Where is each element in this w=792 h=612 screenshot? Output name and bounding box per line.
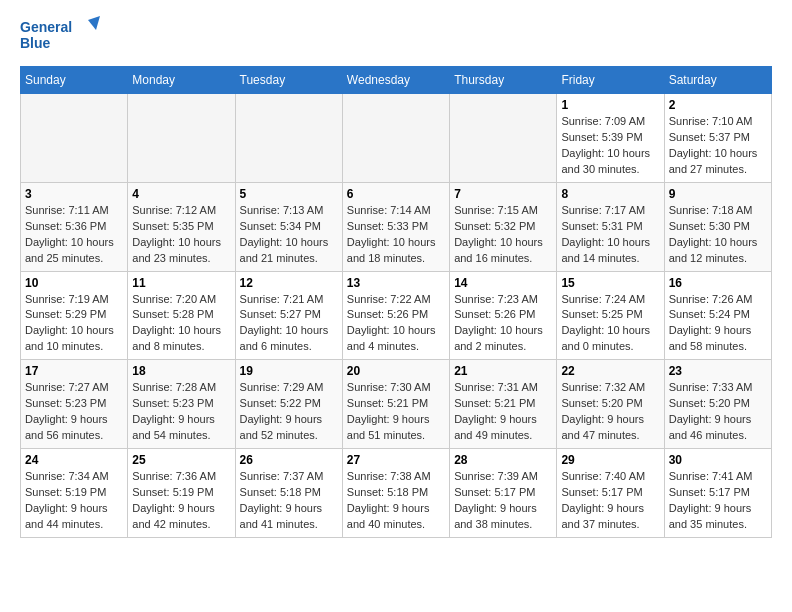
day-number: 30 — [669, 453, 767, 467]
day-number: 17 — [25, 364, 123, 378]
day-info: Sunrise: 7:13 AM Sunset: 5:34 PM Dayligh… — [240, 203, 338, 267]
day-number: 5 — [240, 187, 338, 201]
calendar-cell: 6Sunrise: 7:14 AM Sunset: 5:33 PM Daylig… — [342, 182, 449, 271]
day-number: 21 — [454, 364, 552, 378]
calendar-cell — [21, 94, 128, 183]
day-info: Sunrise: 7:11 AM Sunset: 5:36 PM Dayligh… — [25, 203, 123, 267]
calendar-cell: 15Sunrise: 7:24 AM Sunset: 5:25 PM Dayli… — [557, 271, 664, 360]
svg-text:General: General — [20, 19, 72, 35]
day-number: 27 — [347, 453, 445, 467]
day-info: Sunrise: 7:24 AM Sunset: 5:25 PM Dayligh… — [561, 292, 659, 356]
svg-marker-2 — [88, 16, 100, 30]
calendar-cell: 11Sunrise: 7:20 AM Sunset: 5:28 PM Dayli… — [128, 271, 235, 360]
day-number: 26 — [240, 453, 338, 467]
day-info: Sunrise: 7:34 AM Sunset: 5:19 PM Dayligh… — [25, 469, 123, 533]
calendar-cell: 18Sunrise: 7:28 AM Sunset: 5:23 PM Dayli… — [128, 360, 235, 449]
day-number: 29 — [561, 453, 659, 467]
calendar-cell: 24Sunrise: 7:34 AM Sunset: 5:19 PM Dayli… — [21, 449, 128, 538]
calendar-cell: 22Sunrise: 7:32 AM Sunset: 5:20 PM Dayli… — [557, 360, 664, 449]
day-info: Sunrise: 7:37 AM Sunset: 5:18 PM Dayligh… — [240, 469, 338, 533]
day-info: Sunrise: 7:23 AM Sunset: 5:26 PM Dayligh… — [454, 292, 552, 356]
logo-svg: General Blue — [20, 16, 100, 56]
calendar-cell: 25Sunrise: 7:36 AM Sunset: 5:19 PM Dayli… — [128, 449, 235, 538]
calendar-cell: 30Sunrise: 7:41 AM Sunset: 5:17 PM Dayli… — [664, 449, 771, 538]
day-info: Sunrise: 7:36 AM Sunset: 5:19 PM Dayligh… — [132, 469, 230, 533]
page-header: General Blue — [20, 16, 772, 56]
calendar-cell: 20Sunrise: 7:30 AM Sunset: 5:21 PM Dayli… — [342, 360, 449, 449]
weekday-header-tuesday: Tuesday — [235, 67, 342, 94]
day-info: Sunrise: 7:19 AM Sunset: 5:29 PM Dayligh… — [25, 292, 123, 356]
day-number: 14 — [454, 276, 552, 290]
calendar-cell: 21Sunrise: 7:31 AM Sunset: 5:21 PM Dayli… — [450, 360, 557, 449]
day-number: 15 — [561, 276, 659, 290]
day-info: Sunrise: 7:15 AM Sunset: 5:32 PM Dayligh… — [454, 203, 552, 267]
day-number: 28 — [454, 453, 552, 467]
day-number: 3 — [25, 187, 123, 201]
calendar-cell: 12Sunrise: 7:21 AM Sunset: 5:27 PM Dayli… — [235, 271, 342, 360]
day-info: Sunrise: 7:32 AM Sunset: 5:20 PM Dayligh… — [561, 380, 659, 444]
calendar-week-row: 1Sunrise: 7:09 AM Sunset: 5:39 PM Daylig… — [21, 94, 772, 183]
day-number: 23 — [669, 364, 767, 378]
day-number: 4 — [132, 187, 230, 201]
calendar-cell — [450, 94, 557, 183]
day-info: Sunrise: 7:33 AM Sunset: 5:20 PM Dayligh… — [669, 380, 767, 444]
calendar-cell: 13Sunrise: 7:22 AM Sunset: 5:26 PM Dayli… — [342, 271, 449, 360]
day-info: Sunrise: 7:17 AM Sunset: 5:31 PM Dayligh… — [561, 203, 659, 267]
calendar-cell — [342, 94, 449, 183]
day-info: Sunrise: 7:28 AM Sunset: 5:23 PM Dayligh… — [132, 380, 230, 444]
day-info: Sunrise: 7:39 AM Sunset: 5:17 PM Dayligh… — [454, 469, 552, 533]
day-info: Sunrise: 7:14 AM Sunset: 5:33 PM Dayligh… — [347, 203, 445, 267]
calendar-cell: 2Sunrise: 7:10 AM Sunset: 5:37 PM Daylig… — [664, 94, 771, 183]
day-number: 9 — [669, 187, 767, 201]
day-number: 1 — [561, 98, 659, 112]
day-info: Sunrise: 7:26 AM Sunset: 5:24 PM Dayligh… — [669, 292, 767, 356]
calendar-cell: 26Sunrise: 7:37 AM Sunset: 5:18 PM Dayli… — [235, 449, 342, 538]
day-number: 25 — [132, 453, 230, 467]
page-container: General Blue SundayMondayTuesdayWednesda… — [0, 0, 792, 554]
day-number: 13 — [347, 276, 445, 290]
calendar-week-row: 3Sunrise: 7:11 AM Sunset: 5:36 PM Daylig… — [21, 182, 772, 271]
day-number: 22 — [561, 364, 659, 378]
day-info: Sunrise: 7:29 AM Sunset: 5:22 PM Dayligh… — [240, 380, 338, 444]
svg-text:Blue: Blue — [20, 35, 51, 51]
calendar-cell — [235, 94, 342, 183]
day-number: 6 — [347, 187, 445, 201]
day-info: Sunrise: 7:22 AM Sunset: 5:26 PM Dayligh… — [347, 292, 445, 356]
day-info: Sunrise: 7:27 AM Sunset: 5:23 PM Dayligh… — [25, 380, 123, 444]
day-info: Sunrise: 7:09 AM Sunset: 5:39 PM Dayligh… — [561, 114, 659, 178]
calendar-cell — [128, 94, 235, 183]
calendar-week-row: 10Sunrise: 7:19 AM Sunset: 5:29 PM Dayli… — [21, 271, 772, 360]
calendar-cell: 27Sunrise: 7:38 AM Sunset: 5:18 PM Dayli… — [342, 449, 449, 538]
calendar-cell: 19Sunrise: 7:29 AM Sunset: 5:22 PM Dayli… — [235, 360, 342, 449]
day-number: 2 — [669, 98, 767, 112]
calendar-cell: 3Sunrise: 7:11 AM Sunset: 5:36 PM Daylig… — [21, 182, 128, 271]
calendar-cell: 1Sunrise: 7:09 AM Sunset: 5:39 PM Daylig… — [557, 94, 664, 183]
calendar-cell: 10Sunrise: 7:19 AM Sunset: 5:29 PM Dayli… — [21, 271, 128, 360]
weekday-header-monday: Monday — [128, 67, 235, 94]
day-number: 19 — [240, 364, 338, 378]
day-number: 16 — [669, 276, 767, 290]
day-info: Sunrise: 7:21 AM Sunset: 5:27 PM Dayligh… — [240, 292, 338, 356]
logo: General Blue — [20, 16, 100, 56]
calendar-week-row: 17Sunrise: 7:27 AM Sunset: 5:23 PM Dayli… — [21, 360, 772, 449]
calendar-cell: 17Sunrise: 7:27 AM Sunset: 5:23 PM Dayli… — [21, 360, 128, 449]
day-info: Sunrise: 7:18 AM Sunset: 5:30 PM Dayligh… — [669, 203, 767, 267]
calendar-cell: 28Sunrise: 7:39 AM Sunset: 5:17 PM Dayli… — [450, 449, 557, 538]
day-number: 8 — [561, 187, 659, 201]
calendar-cell: 14Sunrise: 7:23 AM Sunset: 5:26 PM Dayli… — [450, 271, 557, 360]
calendar-table: SundayMondayTuesdayWednesdayThursdayFrid… — [20, 66, 772, 538]
weekday-header-saturday: Saturday — [664, 67, 771, 94]
day-number: 24 — [25, 453, 123, 467]
day-info: Sunrise: 7:10 AM Sunset: 5:37 PM Dayligh… — [669, 114, 767, 178]
calendar-cell: 29Sunrise: 7:40 AM Sunset: 5:17 PM Dayli… — [557, 449, 664, 538]
calendar-cell: 7Sunrise: 7:15 AM Sunset: 5:32 PM Daylig… — [450, 182, 557, 271]
day-number: 20 — [347, 364, 445, 378]
day-info: Sunrise: 7:31 AM Sunset: 5:21 PM Dayligh… — [454, 380, 552, 444]
day-info: Sunrise: 7:40 AM Sunset: 5:17 PM Dayligh… — [561, 469, 659, 533]
day-number: 10 — [25, 276, 123, 290]
day-number: 18 — [132, 364, 230, 378]
calendar-cell: 8Sunrise: 7:17 AM Sunset: 5:31 PM Daylig… — [557, 182, 664, 271]
calendar-cell: 16Sunrise: 7:26 AM Sunset: 5:24 PM Dayli… — [664, 271, 771, 360]
calendar-cell: 4Sunrise: 7:12 AM Sunset: 5:35 PM Daylig… — [128, 182, 235, 271]
calendar-header-row: SundayMondayTuesdayWednesdayThursdayFrid… — [21, 67, 772, 94]
